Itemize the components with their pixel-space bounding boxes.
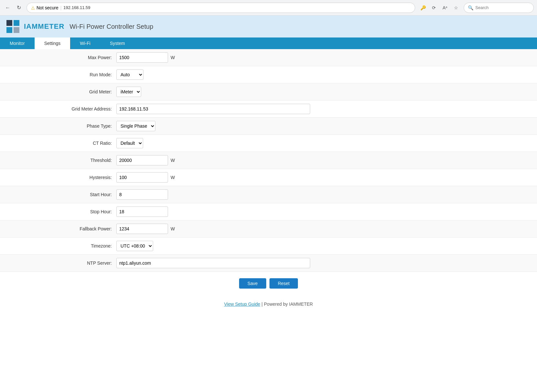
back-button[interactable]: ← bbox=[3, 3, 12, 12]
unit-fallback-power: W bbox=[171, 226, 175, 231]
url-text: 192.168.11.59 bbox=[63, 5, 90, 10]
form-row-ct-ratio: CT Ratio: Default 1:1 2:1 bbox=[0, 135, 537, 152]
label-timezone: Timezone: bbox=[0, 243, 116, 249]
page-header: IAMMETER Wi-Fi Power Controller Setup bbox=[0, 16, 537, 37]
address-separator: | bbox=[60, 5, 62, 10]
control-grid-meter: iMeter Other bbox=[116, 87, 141, 97]
browser-nav-buttons: ← ↻ bbox=[3, 3, 23, 12]
page-footer: View Setup Guide | Powered by IAMMETER bbox=[0, 295, 537, 313]
control-start-hour bbox=[116, 189, 168, 200]
form-row-start-hour: Start Hour: bbox=[0, 186, 537, 203]
button-row: Save Reset bbox=[0, 272, 537, 295]
label-start-hour: Start Hour: bbox=[0, 192, 116, 197]
control-ct-ratio: Default 1:1 2:1 bbox=[116, 138, 143, 148]
not-secure-label: Not secure bbox=[37, 5, 58, 10]
reload-button[interactable]: ↻ bbox=[14, 3, 23, 12]
label-run-mode: Run Mode: bbox=[0, 72, 116, 77]
search-box[interactable]: 🔍 bbox=[464, 3, 534, 13]
star-icon-button[interactable]: ☆ bbox=[451, 3, 460, 12]
reset-button[interactable]: Reset bbox=[269, 278, 298, 289]
form-row-fallback-power: Fallback Power: W bbox=[0, 220, 537, 238]
select-timezone[interactable]: UTC +08:00 UTC +00:00 UTC -05:00 bbox=[116, 241, 153, 251]
label-phase-type: Phase Type: bbox=[0, 123, 116, 129]
label-max-power: Max Power: bbox=[0, 55, 116, 60]
label-ntp-server: NTP Server: bbox=[0, 260, 116, 266]
not-secure-icon: △ bbox=[31, 5, 35, 10]
control-hysteresis: W bbox=[116, 172, 175, 183]
logo-container: IAMMETER bbox=[6, 20, 64, 33]
form-row-phase-type: Phase Type: Single Phase Three Phase bbox=[0, 118, 537, 135]
input-fallback-power[interactable] bbox=[116, 224, 168, 234]
input-hysteresis[interactable] bbox=[116, 172, 168, 183]
select-run-mode[interactable]: Auto Manual Off bbox=[116, 69, 143, 80]
label-ct-ratio: CT Ratio: bbox=[0, 141, 116, 146]
key-icon-button[interactable]: 🔑 bbox=[418, 3, 427, 12]
form-row-grid-meter: Grid Meter: iMeter Other bbox=[0, 83, 537, 101]
unit-hysteresis: W bbox=[171, 175, 175, 180]
control-timezone: UTC +08:00 UTC +00:00 UTC -05:00 bbox=[116, 241, 153, 251]
label-grid-meter-address: Grid Meter Address: bbox=[0, 106, 116, 111]
control-run-mode: Auto Manual Off bbox=[116, 69, 143, 80]
form-row-stop-hour: Stop Hour: bbox=[0, 203, 537, 220]
refresh-icon-button[interactable]: ⟳ bbox=[429, 3, 438, 12]
form-row-timezone: Timezone: UTC +08:00 UTC +00:00 UTC -05:… bbox=[0, 238, 537, 255]
control-stop-hour bbox=[116, 207, 168, 217]
nav-tabs: Monitor Settings Wi-Fi System bbox=[0, 37, 537, 49]
main-content: Max Power: W Run Mode: Auto Manual Off G… bbox=[0, 49, 537, 295]
input-ntp-server[interactable] bbox=[116, 258, 310, 268]
logo-text: IAMMETER bbox=[24, 22, 64, 31]
form-row-max-power: Max Power: W bbox=[0, 49, 537, 66]
input-stop-hour[interactable] bbox=[116, 207, 168, 217]
form-row-threshold: Threshold: W bbox=[0, 152, 537, 169]
form-row-hysteresis: Hysteresis: W bbox=[0, 169, 537, 186]
select-grid-meter[interactable]: iMeter Other bbox=[116, 87, 141, 97]
control-fallback-power: W bbox=[116, 224, 175, 234]
unit-max-power: W bbox=[171, 55, 175, 60]
browser-chrome: ← ↻ △ Not secure | 192.168.11.59 🔑 ⟳ Aᵃ … bbox=[0, 0, 537, 16]
save-button[interactable]: Save bbox=[239, 278, 266, 289]
form-row-grid-meter-address: Grid Meter Address: bbox=[0, 101, 537, 118]
page-title: Wi-Fi Power Controller Setup bbox=[69, 23, 153, 30]
search-icon: 🔍 bbox=[468, 5, 473, 10]
select-phase-type[interactable]: Single Phase Three Phase bbox=[116, 121, 155, 131]
browser-icons: 🔑 ⟳ Aᵃ ☆ bbox=[418, 3, 460, 12]
input-threshold[interactable] bbox=[116, 155, 168, 165]
address-bar[interactable]: △ Not secure | 192.168.11.59 bbox=[26, 3, 415, 13]
tab-settings[interactable]: Settings bbox=[35, 37, 70, 49]
label-threshold: Threshold: bbox=[0, 158, 116, 163]
input-start-hour[interactable] bbox=[116, 189, 168, 200]
font-icon-button[interactable]: Aᵃ bbox=[440, 3, 449, 12]
tab-system[interactable]: System bbox=[100, 37, 135, 49]
label-fallback-power: Fallback Power: bbox=[0, 226, 116, 231]
label-hysteresis: Hysteresis: bbox=[0, 175, 116, 180]
control-ntp-server bbox=[116, 258, 310, 268]
input-max-power[interactable] bbox=[116, 52, 168, 63]
form-row-run-mode: Run Mode: Auto Manual Off bbox=[0, 66, 537, 83]
tab-monitor[interactable]: Monitor bbox=[0, 37, 35, 49]
control-phase-type: Single Phase Three Phase bbox=[116, 121, 155, 131]
select-ct-ratio[interactable]: Default 1:1 2:1 bbox=[116, 138, 143, 148]
unit-threshold: W bbox=[171, 158, 175, 163]
control-threshold: W bbox=[116, 155, 175, 165]
input-grid-meter-address[interactable] bbox=[116, 104, 310, 114]
form-row-ntp-server: NTP Server: bbox=[0, 255, 537, 272]
logo-icon bbox=[6, 20, 21, 33]
search-input[interactable] bbox=[475, 5, 530, 10]
setup-guide-link[interactable]: View Setup Guide bbox=[224, 302, 260, 307]
powered-by-text: | Powered by IAMMETER bbox=[261, 302, 313, 307]
control-max-power: W bbox=[116, 52, 175, 63]
control-grid-meter-address bbox=[116, 104, 310, 114]
label-grid-meter: Grid Meter: bbox=[0, 89, 116, 94]
tab-wifi[interactable]: Wi-Fi bbox=[70, 37, 100, 49]
label-stop-hour: Stop Hour: bbox=[0, 209, 116, 214]
